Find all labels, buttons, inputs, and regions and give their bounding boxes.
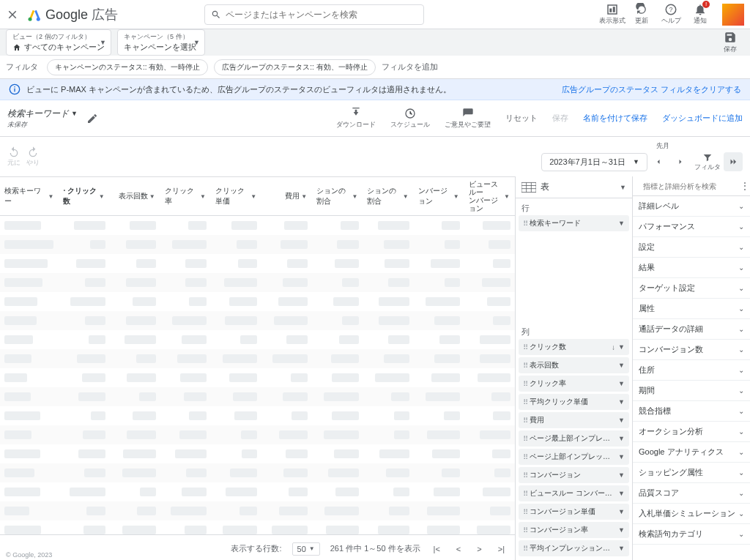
column-header[interactable]: 検索キーワー▼	[0, 177, 59, 215]
drag-handle-icon[interactable]: ⠿	[523, 220, 527, 228]
column-metric-item[interactable]: ⠿クリック数↓▼	[519, 339, 629, 355]
table-row[interactable]	[0, 501, 515, 520]
appearance-button[interactable]: 表示形式	[598, 4, 627, 26]
metric-group[interactable]: 詳細レベル⌄	[633, 196, 750, 216]
first-page-button[interactable]: |<	[431, 545, 443, 553]
metric-group[interactable]: オークション分析⌄	[633, 422, 750, 441]
table-row[interactable]	[0, 482, 515, 501]
close-icon[interactable]	[6, 8, 23, 21]
table-row[interactable]	[0, 425, 515, 444]
table-row[interactable]	[0, 387, 515, 406]
metric-group[interactable]: 住所⌄	[633, 360, 750, 380]
table-row[interactable]	[0, 463, 515, 482]
column-metric-item[interactable]: ⠿費用▼	[519, 412, 629, 428]
metric-group[interactable]: 品質スコア⌄	[633, 483, 750, 503]
drag-handle-icon[interactable]: ⠿	[523, 435, 527, 443]
column-header[interactable]: ションの割合▼	[363, 177, 413, 215]
column-header[interactable]: 表示回数▼	[110, 177, 160, 215]
filter-chip-adgroup-status[interactable]: 広告グループのステータス:: 有効、一時停止	[214, 59, 375, 75]
metrics-search-input[interactable]	[643, 182, 736, 190]
metric-group[interactable]: 入札単価シミュレーション⌄	[633, 504, 750, 523]
column-metric-item[interactable]: ⠿ページ最上部インプレッションの..▼	[519, 430, 629, 447]
drag-handle-icon[interactable]: ⠿	[523, 508, 527, 516]
drag-handle-icon[interactable]: ⠿	[523, 380, 527, 388]
drag-handle-icon[interactable]: ⠿	[523, 417, 527, 425]
metric-group[interactable]: 属性⌄	[633, 299, 750, 318]
prev-page-button[interactable]: <	[453, 545, 464, 553]
column-metric-item[interactable]: ⠿コンバージョン▼	[519, 467, 629, 483]
drag-handle-icon[interactable]: ⠿	[523, 490, 527, 498]
metric-group[interactable]: ターゲット設定⌄	[633, 278, 750, 298]
drag-handle-icon[interactable]: ⠿	[523, 471, 527, 479]
refresh-button[interactable]: 更新	[627, 4, 656, 26]
avatar[interactable]	[722, 4, 744, 26]
metrics-search[interactable]: ⋮	[633, 176, 750, 196]
table-row[interactable]	[0, 330, 515, 349]
table-row[interactable]	[0, 273, 515, 292]
edit-icon[interactable]	[86, 113, 98, 124]
feedback-button[interactable]: ご意見やご要望	[445, 108, 491, 130]
metric-group[interactable]: 競合指標⌄	[633, 401, 750, 421]
column-metric-item[interactable]: ⠿クリック率▼	[519, 376, 629, 392]
banner-clear-link[interactable]: 広告グループのステータス フィルタをクリアする	[562, 84, 741, 95]
metric-group[interactable]: コンバージョン数⌄	[633, 340, 750, 359]
table-row[interactable]	[0, 444, 515, 463]
campaign-selector[interactable]: キャンペーン（5 件） キャンペーンを選択 ▼	[117, 29, 205, 56]
metric-group[interactable]: ショッピング属性⌄	[633, 463, 750, 482]
notifications-button[interactable]: 通知	[686, 4, 715, 26]
table-body[interactable]	[0, 216, 515, 534]
drag-handle-icon[interactable]: ⠿	[523, 398, 527, 406]
row-dimension-item[interactable]: ⠿検索キーワード▼	[519, 215, 629, 231]
table-row[interactable]	[0, 520, 515, 534]
date-range-picker[interactable]: 2023年7月1日～31日▼	[541, 153, 647, 171]
save-view-button[interactable]: 保存	[724, 31, 744, 54]
column-metric-item[interactable]: ⠿平均インプレッション単価▼	[519, 540, 629, 556]
rows-per-page-select[interactable]: 50▼	[292, 542, 320, 556]
metric-group[interactable]: パフォーマンス⌄	[633, 217, 750, 236]
download-button[interactable]: ダウンロード	[336, 108, 376, 130]
column-metric-item[interactable]: ⠿ページ上部インプレッションの割合▼	[519, 449, 629, 465]
column-metric-item[interactable]: ⠿コンバージョン率▼	[519, 522, 629, 538]
metric-group[interactable]: 通話データの詳細⌄	[633, 319, 750, 339]
table-row[interactable]	[0, 254, 515, 273]
view-selector[interactable]: ビュー（2 個のフィルタ） すべてのキャンペーン ▼	[6, 29, 111, 56]
metric-group[interactable]: 結果⌄	[633, 258, 750, 277]
table-row[interactable]	[0, 292, 515, 311]
search-bar[interactable]	[204, 4, 424, 25]
drag-handle-icon[interactable]: ⠿	[523, 362, 527, 370]
metric-group[interactable]: Google アナリティクス⌄	[633, 442, 750, 462]
more-icon[interactable]: ⋮	[740, 181, 749, 191]
metric-group[interactable]: 設定⌄	[633, 237, 750, 257]
table-row[interactable]	[0, 216, 515, 235]
next-page-button[interactable]: >	[474, 545, 484, 553]
save-as-button[interactable]: 名前を付けて保存	[583, 113, 647, 124]
column-metric-item[interactable]: ⠿ビュースルー コンバージョン▼	[519, 485, 629, 501]
drag-handle-icon[interactable]: ⠿	[523, 526, 527, 534]
undo-button[interactable]: 元に	[7, 146, 21, 168]
column-header[interactable]: ションの割合▼	[312, 177, 363, 215]
metric-group[interactable]: 期間⌄	[633, 381, 750, 400]
column-header[interactable]: ビュースルーンバージョン▼	[464, 177, 515, 215]
redo-button[interactable]: やり	[26, 146, 40, 168]
reset-button[interactable]: リセット	[505, 113, 538, 124]
column-header[interactable]: 費用▼	[261, 177, 312, 215]
column-metric-item[interactable]: ⠿コンバージョン単価▼	[519, 504, 629, 520]
search-input[interactable]	[226, 10, 417, 20]
drag-handle-icon[interactable]: ⠿	[523, 343, 527, 351]
next-period-button[interactable]	[669, 152, 691, 172]
drag-handle-icon[interactable]: ⠿	[523, 453, 527, 461]
last-page-button[interactable]: >|	[495, 545, 508, 553]
table-row[interactable]	[0, 368, 515, 387]
column-header[interactable]: クリック率▼	[160, 177, 211, 215]
metric-group[interactable]: 検索語句カテゴリ⌄	[633, 524, 750, 544]
prev-period-button[interactable]	[647, 152, 669, 172]
table-row[interactable]	[0, 311, 515, 330]
column-header[interactable]: ンバージョン▼	[414, 177, 464, 215]
visualization-selector[interactable]: 表 ▼	[516, 176, 632, 198]
drag-handle-icon[interactable]: ⠿	[523, 545, 527, 553]
filter-button[interactable]: フィルタ	[694, 152, 721, 172]
filter-chip-campaign-status[interactable]: キャンペーンのステータス:: 有効、一時停止	[47, 59, 208, 75]
dashboard-add-button[interactable]: ダッシュボードに追加	[662, 113, 743, 124]
collapse-panel-button[interactable]	[724, 152, 743, 171]
add-filter-button[interactable]: フィルタを追加	[382, 61, 438, 72]
